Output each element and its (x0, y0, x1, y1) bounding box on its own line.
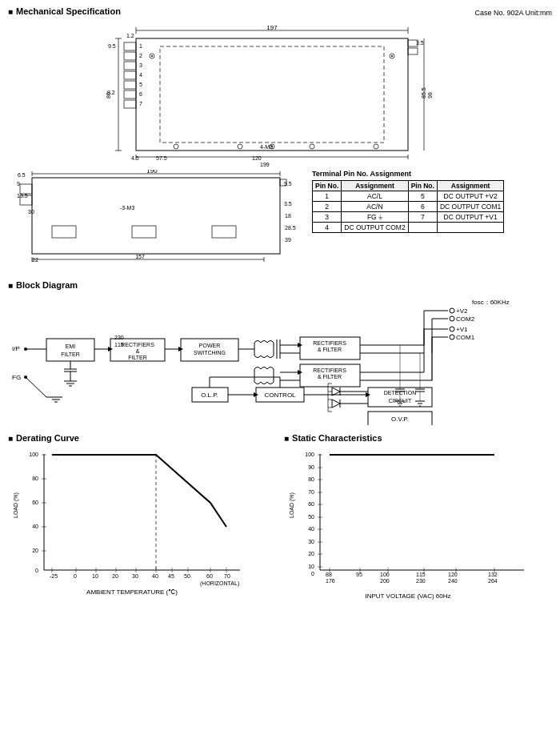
svg-text:CIRCUIT: CIRCUIT (389, 398, 412, 404)
svg-text:FG: FG (12, 374, 21, 381)
svg-text:18: 18 (285, 213, 291, 219)
pin-cell-1-0: 2 (313, 202, 342, 212)
top-diagram: 197 1 2 3 4 5 6 7 9.5 8.2 (104, 22, 456, 167)
block-diagram-section: Block Diagram fosc：60KHz I/P FG EMI FILT… (8, 280, 552, 427)
svg-text:30: 30 (28, 209, 34, 215)
pin-cell-3-2 (408, 223, 437, 233)
svg-point-142 (450, 327, 454, 331)
svg-text:28.5: 28.5 (285, 225, 296, 231)
svg-text:9: 9 (17, 181, 20, 187)
svg-text:9.5: 9.5 (108, 43, 116, 49)
svg-text:0: 0 (74, 573, 77, 579)
svg-text:(HORIZONTAL): (HORIZONTAL) (200, 580, 239, 587)
svg-text:20: 20 (308, 551, 314, 556)
svg-text:-25: -25 (50, 573, 58, 579)
pin-header-2: Assignment (342, 181, 408, 191)
svg-text:30: 30 (308, 539, 314, 544)
svg-rect-9 (124, 71, 136, 79)
svg-text:120: 120 (252, 155, 262, 161)
svg-text:POWER: POWER (199, 343, 220, 348)
pin-cell-2-2: 7 (408, 212, 437, 223)
svg-text:80: 80 (32, 476, 38, 481)
svg-rect-6 (124, 42, 136, 50)
svg-text:60: 60 (206, 573, 213, 579)
svg-text:100: 100 (380, 572, 390, 577)
svg-text:CONTROL: CONTROL (264, 392, 296, 399)
pin-cell-1-3: DC OUTPUT COM1 (437, 202, 503, 212)
svg-text:10: 10 (308, 564, 314, 569)
svg-text:132: 132 (488, 572, 498, 577)
svg-text:199: 199 (260, 162, 270, 167)
svg-text:6.5: 6.5 (18, 172, 26, 178)
svg-text:RECTIFIERS: RECTIFIERS (313, 368, 346, 373)
svg-rect-1 (160, 46, 384, 143)
svg-text:0: 0 (311, 571, 314, 576)
svg-text:60: 60 (308, 501, 314, 507)
svg-text:100: 100 (29, 452, 38, 457)
svg-text:2: 2 (139, 53, 142, 58)
derating-title: Derating Curve (8, 433, 276, 443)
svg-text:120: 120 (448, 572, 458, 577)
svg-point-49 (310, 144, 314, 149)
pin-cell-2-3: DC OUTPUT +V1 (437, 212, 503, 223)
svg-text:90: 90 (308, 464, 314, 470)
block-diagram-title: Block Diagram (8, 280, 552, 290)
svg-text:&: & (136, 348, 140, 354)
svg-text:3.5: 3.5 (416, 40, 424, 46)
svg-text:EMI: EMI (66, 343, 76, 349)
svg-text:LOAD (%): LOAD (%) (13, 492, 19, 518)
svg-text:70: 70 (224, 573, 230, 579)
svg-text:O.V.P.: O.V.P. (391, 416, 409, 423)
pin-cell-0-3: DC OUTPUT +V2 (437, 191, 503, 202)
svg-rect-10 (124, 81, 136, 89)
svg-text:80: 80 (106, 92, 111, 98)
svg-text:4: 4 (139, 72, 142, 78)
svg-text:70: 70 (308, 489, 314, 495)
svg-text:RECTIFIERS: RECTIFIERS (121, 342, 154, 347)
svg-text:AMBIENT TEMPERATURE (℃): AMBIENT TEMPERATURE (℃) (86, 588, 178, 596)
svg-rect-12 (124, 100, 136, 108)
svg-text:LOAD (%): LOAD (%) (289, 492, 295, 518)
svg-text:7: 7 (139, 101, 142, 106)
svg-text:& FILTER: & FILTER (318, 374, 342, 380)
svg-text:5: 5 (139, 82, 142, 87)
derating-section: Derating Curve 100 80 60 40 20 0 (8, 433, 276, 608)
svg-rect-67 (52, 226, 76, 238)
svg-text:20: 20 (32, 548, 38, 553)
svg-text:O.L.P.: O.L.P. (201, 392, 218, 399)
svg-text:DETECTION: DETECTION (384, 390, 416, 396)
svg-text:6: 6 (139, 91, 142, 97)
svg-point-136 (450, 316, 454, 321)
side-diagram: 6.5 190 9 13.5 9.5 3.5 (16, 170, 296, 274)
svg-text:22: 22 (32, 257, 38, 263)
svg-point-47 (174, 144, 178, 149)
static-chart: 100 90 80 70 60 50 40 30 20 10 (284, 446, 540, 606)
static-title: Static Characteristics (284, 433, 552, 443)
svg-text:80: 80 (308, 476, 314, 482)
pin-header-1: Pin No. (313, 181, 342, 191)
case-info: Case No. 902A Unit:mm (474, 9, 552, 17)
svg-marker-168 (332, 400, 340, 408)
bottom-sections: Derating Curve 100 80 60 40 20 0 (8, 433, 552, 608)
svg-text:157: 157 (135, 254, 145, 259)
svg-text:-3-M3: -3-M3 (120, 205, 134, 211)
svg-point-48 (238, 144, 242, 149)
svg-text:115: 115 (416, 572, 426, 577)
svg-point-27 (151, 55, 153, 57)
svg-text:40: 40 (32, 524, 38, 529)
svg-point-146 (450, 335, 454, 339)
pin-cell-2-0: 3 (313, 212, 342, 223)
pin-cell-3-3 (437, 223, 503, 233)
svg-point-82 (24, 376, 27, 379)
svg-text:3.5: 3.5 (284, 201, 292, 207)
svg-text:200: 200 (380, 578, 390, 584)
svg-text:230: 230 (114, 335, 124, 340)
svg-text:FILTER: FILTER (61, 351, 80, 357)
svg-text:+V2: +V2 (456, 307, 468, 315)
pin-cell-3-1: DC OUTPUT COM2 (342, 223, 408, 233)
svg-text:+V1: +V1 (456, 326, 468, 333)
mech-spec-title: Mechanical Specification (8, 6, 121, 16)
fosc-label: fosc：60KHz (472, 299, 510, 306)
svg-text:40: 40 (308, 526, 314, 532)
svg-text:20: 20 (112, 573, 118, 579)
